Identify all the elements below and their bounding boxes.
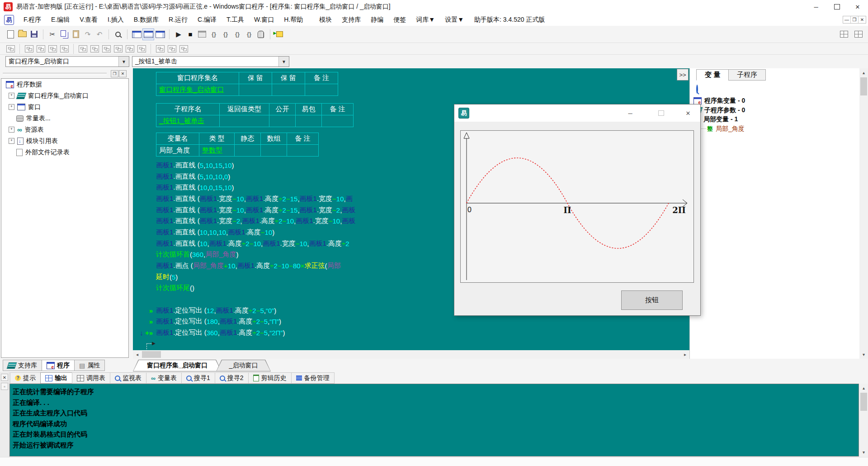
tab-子程序[interactable]: 子程序 [728,69,766,81]
step-next-icon[interactable]: {} [220,29,231,40]
align-bottom-icon[interactable] [58,43,70,55]
menu-item[interactable]: C.编译 [193,16,222,24]
copy-icon[interactable] [58,29,70,40]
dock-pin-icon[interactable]: ▫ [1,383,8,390]
variable-item[interactable]: 程序集变量 - 0 [693,96,856,106]
tree-item-外部文件记录表[interactable]: 外部文件记录表 [1,147,128,158]
mdi-close-button[interactable]: ✕ [858,16,866,23]
menu-item[interactable]: E.编辑 [46,16,75,24]
scroll-right-icon[interactable]: ▸ [681,350,689,359]
table-cell[interactable] [239,84,272,96]
menu-item[interactable]: 模块 [314,16,337,24]
open-icon[interactable] [16,29,28,40]
variable-item[interactable]: 子程序参数 - 0 [693,106,856,115]
dock-tab-提示[interactable]: ?提示 [10,372,41,384]
close-button[interactable]: ✕ [847,0,868,14]
stop-icon[interactable]: ■ [184,29,196,40]
tab-变量[interactable]: 变 量 [696,69,729,81]
program-close-button[interactable]: ✕ [680,105,696,122]
table-cell[interactable]: 窗口程序集_启动窗口 [156,84,239,96]
table-cell[interactable] [305,84,338,96]
same-size-icon[interactable] [178,43,189,55]
panel-expander-button[interactable]: >> [677,69,689,81]
method-combobox[interactable]: _按钮1_被单击 ▼ [132,56,289,67]
dock-tab-监视表[interactable]: 监视表 [110,372,146,384]
table-cell[interactable]: 整数型 [199,145,235,157]
panel-grip[interactable] [3,73,107,75]
drag-hand-icon[interactable] [255,29,267,40]
output-scrollbar[interactable]: ▴ ▾ [859,384,868,456]
same-height-icon[interactable] [166,43,178,55]
table-cell[interactable] [322,115,354,127]
menu-item[interactable]: 便签 [388,16,411,24]
menu-item[interactable]: T.工具 [222,16,249,24]
program-button[interactable]: 按钮 [621,290,683,310]
dock-close-icon[interactable]: ✕ [1,374,8,381]
editor-horizontal-scrollbar[interactable]: ◂ ▸ [133,350,689,359]
window-list-icon[interactable] [838,29,850,40]
class-combobox-dropdown-icon[interactable]: ▼ [118,57,129,67]
align-left-icon[interactable] [23,43,35,55]
program-minimize-button[interactable]: ─ [623,105,638,122]
tree-item-窗口程序集_启动窗口[interactable]: +窗口程序集_启动窗口 [1,90,128,101]
redo-icon[interactable]: ↷ [82,29,94,40]
tree-item-资源表[interactable]: +∞资源表 [1,124,128,135]
tab-程序[interactable]: 程序 [42,360,75,371]
align-middle-v-icon[interactable] [112,43,124,55]
dock-tab-输出[interactable]: 输出 [40,372,72,384]
variable-item[interactable]: 局部变量 - 1 [693,115,856,124]
layout-left-icon[interactable] [131,29,142,40]
program-maximize-button[interactable] [653,105,669,122]
editor-tab-_启动窗口[interactable]: _启动窗口 [216,360,271,371]
tree-expander-icon[interactable]: + [9,138,14,144]
table-cell[interactable] [287,145,319,157]
step-exit-icon[interactable]: {} [243,29,255,40]
align-middle-h-icon[interactable] [100,43,112,55]
scrollbar-thumb[interactable] [860,393,867,411]
dock-tab-变量表[interactable]: ∞变量表 [146,372,182,384]
run-icon[interactable]: ▶ [173,29,184,40]
debug-window-icon[interactable] [196,29,208,40]
table-cell[interactable] [220,115,269,127]
maximize-button[interactable] [826,0,847,14]
variable-item[interactable]: 整局部_角度 [693,124,856,134]
menu-item[interactable]: I.插入 [103,16,129,24]
code-line[interactable]: »画板1.定位写出 (180, 画板1.高度 ÷ 2 − 5, “Π”) [133,316,689,328]
right-panel-scrollbar[interactable]: ▴ ▾ [859,68,868,359]
layout-bottom-icon[interactable] [142,29,154,40]
tree-expander-icon[interactable]: + [9,93,14,99]
panel-float-button[interactable]: ❐ [111,70,118,77]
table-cell[interactable]: _按钮1_被单击 [156,115,220,127]
scroll-up-icon[interactable]: ▴ [859,384,868,392]
cut-icon[interactable]: ✂ [47,29,58,40]
scroll-left-icon[interactable]: ◂ [133,350,142,359]
menu-item[interactable]: B.数据库 [129,16,164,24]
align-top-icon[interactable] [47,43,58,55]
step-out-icon[interactable]: {} [231,29,243,40]
new-icon[interactable] [5,29,16,40]
mdi-restore-button[interactable]: ❐ [850,16,858,23]
dock-tab-剪辑历史[interactable]: 剪辑历史 [248,372,292,384]
method-combobox-dropdown-icon[interactable]: ▼ [278,57,289,67]
menu-item[interactable]: H.帮助 [279,16,308,24]
dock-tab-搜寻2[interactable]: 搜寻2 [215,372,249,384]
tab-属性[interactable]: ▤属性 [74,360,105,371]
space-equal-h-icon[interactable] [124,43,136,55]
tree-item-模块引用表[interactable]: +模块引用表 [1,135,128,147]
tree-item-窗口[interactable]: +窗口 [1,101,128,113]
tree-expander-icon[interactable]: + [9,104,14,110]
tab-支持库[interactable]: 支持库 [3,360,42,371]
layout-right-icon[interactable] [154,29,166,40]
menu-item[interactable]: R.运行 [164,16,193,24]
paste-icon[interactable] [70,29,82,40]
tree-item-root[interactable]: 程序数据 [1,79,128,90]
table-cell[interactable] [269,115,296,127]
dock-tab-备份管理[interactable]: 备份管理 [291,372,335,384]
table-cell[interactable] [261,145,287,157]
undo-icon[interactable]: ↶ [94,29,105,40]
minimize-button[interactable]: ─ [806,0,826,14]
class-combobox[interactable]: 窗口程序集_启动窗口 ▼ [5,56,129,67]
table-cell[interactable] [296,115,322,127]
scrollbar-thumb[interactable] [142,351,161,358]
tree-item-常量表...[interactable]: 常量表... [1,113,128,124]
